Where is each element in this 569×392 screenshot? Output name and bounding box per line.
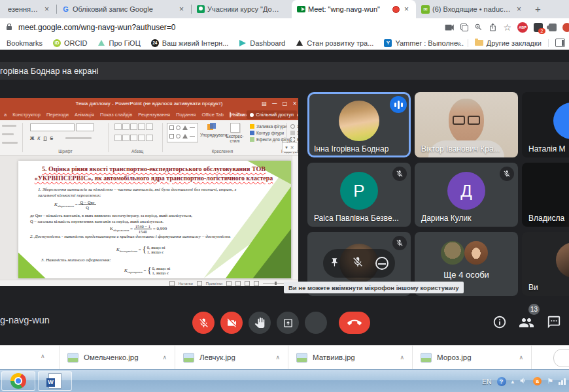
mute-button[interactable] (352, 256, 364, 270)
leave-call-button[interactable] (339, 312, 370, 334)
chat-button[interactable] (547, 315, 561, 332)
close-icon[interactable]: × (292, 98, 297, 109)
tab-close-icon[interactable]: × (515, 5, 523, 14)
ribbon-tab[interactable]: Рецензування (138, 112, 170, 118)
avast-icon[interactable]: a (533, 377, 542, 385)
tab-google-account[interactable]: G Обліковий запис Google × (56, 0, 191, 18)
view-reading-icon[interactable] (245, 281, 250, 286)
bookmark-bookmarks[interactable]: Bookmarks (7, 39, 43, 47)
raise-hand-button[interactable] (249, 312, 271, 334)
tile-you[interactable]: Ви (522, 232, 569, 296)
tab-classroom[interactable]: Учасники курсу "Допуск до за (191, 0, 292, 18)
ribbon-options-icon[interactable]: ▤ (262, 98, 267, 109)
tile-viktor[interactable]: Віктор Іванович Кра... (415, 92, 518, 157)
font-size-select[interactable] (76, 123, 94, 131)
participants-button[interactable] (519, 315, 534, 333)
extensions-puzzle-icon[interactable] (549, 24, 557, 31)
download-item[interactable]: Омельченко.jpg ∧ (59, 346, 175, 369)
bookmark-dashboard[interactable]: Dashboard (239, 39, 285, 47)
comments-icon[interactable] (197, 281, 202, 286)
notes-label[interactable]: Нотатки (179, 282, 193, 286)
bookmarks-overflow-button[interactable]: » (457, 39, 461, 47)
download-item[interactable]: Левчук.jpg ∧ (175, 346, 288, 369)
ribbon-tab[interactable]: Подання (176, 112, 196, 118)
quick-styles-button[interactable]: Експрес-стилі (224, 123, 246, 143)
tile-inna[interactable]: Інна Ігорівна Боднар (307, 92, 411, 157)
tab-close-icon[interactable]: × (177, 5, 186, 14)
volume-icon[interactable] (519, 376, 528, 387)
tab-mail[interactable]: ✉ (6) Входящие • naduch@ukr.net × (416, 0, 528, 18)
remove-button[interactable] (375, 257, 388, 270)
taskbar-chrome-button[interactable] (1, 371, 35, 391)
shapes-gallery[interactable] (167, 123, 198, 142)
shape-effects-button[interactable]: Ефекти для фігур (250, 137, 292, 142)
reading-list-icon[interactable] (555, 39, 565, 47)
camera-off-button[interactable] (220, 312, 243, 334)
tab-course[interactable]: езення" - навча × (0, 0, 56, 18)
minimize-icon[interactable]: — (272, 98, 277, 109)
strikethrough-button[interactable]: S (50, 136, 54, 140)
notes-icon[interactable] (169, 281, 175, 286)
underline-button[interactable]: П (43, 136, 46, 140)
ribbon-tab[interactable]: Показ слайдів (100, 112, 132, 118)
bookmark-yammer[interactable]: YYammer : Выполне... (384, 39, 464, 47)
maximize-icon[interactable]: □ (283, 98, 288, 109)
paragraph-list-buttons[interactable] (114, 123, 152, 130)
bookmark-orcid[interactable]: iDORCID (53, 39, 87, 47)
italic-button[interactable]: К (37, 136, 40, 140)
hidden-icons-button[interactable]: ▲ (511, 379, 515, 384)
find-button[interactable]: Знайти (290, 124, 298, 129)
bookmark-internet[interactable]: 24Ваш живий Інтерн... (151, 39, 229, 47)
shape-fill-button[interactable]: Заливка фігури (250, 124, 292, 129)
pin-button[interactable] (330, 257, 339, 270)
adblock-icon[interactable]: ABP (517, 22, 528, 33)
ribbon-tab[interactable]: Анімація (75, 112, 94, 118)
ribbon-collapse-box[interactable]: ▾ × (282, 142, 298, 152)
tile-nataliya[interactable]: Наталія М (522, 92, 569, 157)
download-item[interactable]: Мороз.jpg ∧ (412, 346, 531, 369)
new-tab-button[interactable]: + (528, 0, 547, 18)
chevron-up-icon[interactable]: ∧ (162, 354, 167, 361)
more-options-button[interactable] (305, 312, 327, 334)
translate-icon[interactable] (460, 24, 468, 31)
tile-vladyslav[interactable]: Владисла (522, 163, 569, 227)
chevron-up-icon[interactable]: ∧ (400, 354, 404, 361)
font-name-select[interactable] (30, 123, 75, 131)
mic-off-button[interactable] (192, 312, 215, 334)
bookmark-giots[interactable]: Про ГіОЦ (97, 39, 140, 47)
ribbon-tab[interactable]: Конструктор (12, 112, 41, 118)
arrange-button[interactable]: Упорядкувати (200, 123, 222, 137)
zoom-icon[interactable] (474, 23, 483, 31)
present-button[interactable] (277, 312, 299, 334)
replace-button[interactable]: Замінити (290, 131, 298, 135)
chevron-up-icon[interactable]: ∧ (275, 354, 280, 361)
tab-close-icon[interactable]: × (402, 5, 411, 14)
download-item[interactable]: Матвиив.jpg ∧ (288, 346, 412, 369)
network-signal-icon[interactable] (559, 378, 566, 385)
show-all-downloads-button[interactable] (553, 349, 569, 367)
paragraph-align-buttons[interactable] (114, 135, 152, 141)
tab-meet-active[interactable]: Meet: "wng-navg-wun" × (292, 0, 416, 18)
ribbon-tab[interactable]: Office Tab (201, 112, 224, 118)
action-center-flag-icon[interactable]: ⚑ (547, 377, 553, 385)
bookmark-star-icon[interactable]: ☆ (503, 23, 511, 32)
ribbon-tab[interactable]: Переходи (46, 112, 69, 118)
view-normal-icon[interactable] (226, 281, 232, 286)
meeting-details-button[interactable] (492, 315, 507, 332)
tab-close-icon[interactable]: × (43, 5, 51, 14)
address-input[interactable]: meet.google.com/wng-navg-wun?authuser=0 (18, 23, 175, 32)
sign-in-button[interactable]: Увійти (230, 109, 245, 120)
ribbon-tab-fragment[interactable]: а (4, 112, 7, 118)
help-icon[interactable]: ? (497, 377, 506, 386)
share-icon[interactable] (489, 23, 497, 31)
scrollbar[interactable] (292, 155, 298, 280)
bookmark-stan[interactable]: Стан розвитку тра... (296, 39, 373, 47)
extension-icon[interactable]: 2 (534, 23, 543, 32)
profile-avatar[interactable] (562, 23, 569, 32)
tile-daryna[interactable]: Д Дарина Кулик (415, 163, 518, 227)
view-sorter-icon[interactable] (235, 281, 241, 286)
shape-outline-button[interactable]: Контур фігури (250, 131, 292, 135)
chevron-up-icon[interactable]: ∧ (41, 353, 45, 359)
select-button[interactable]: Виділити (290, 137, 298, 142)
taskbar-word-button[interactable]: W (38, 371, 72, 391)
